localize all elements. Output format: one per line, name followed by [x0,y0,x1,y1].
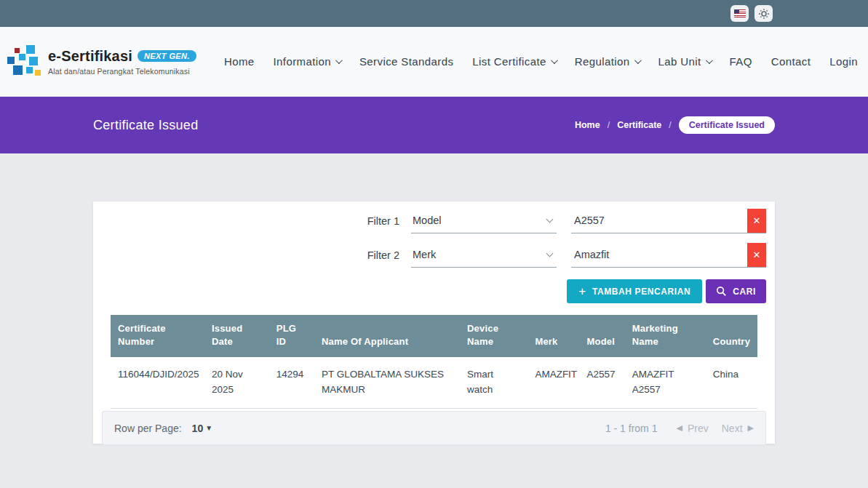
col-merk: Merk [527,315,579,357]
brand-title: e-Sertifikasi [48,48,132,65]
filter-1-value-input[interactable] [571,209,747,233]
breadcrumb: Home / Certificate / Certificate Issued [575,116,775,134]
cell-merk: AMAZFIT [527,357,579,408]
cell-marketing-name: AMAZFIT A2557 [625,357,706,408]
brand-badge: NEXT GEN. [138,50,196,62]
cell-plg-id: 14294 [269,357,314,408]
table-header-row: Certificate Number Issued Date PLG ID Na… [111,315,757,357]
col-model: Model [579,315,624,357]
col-device-name: Device Name [460,315,527,357]
cell-name-of-applicant: PT GLOBALTAMA SUKSES MAKMUR [314,357,460,408]
filter-1-input-group: ✕ [571,209,766,233]
nav-item-lab-unit[interactable]: Lab Unit [658,55,711,68]
filter-2-clear-button[interactable]: ✕ [747,243,766,267]
chevron-down-icon [634,57,641,64]
filter-1-clear-button[interactable]: ✕ [747,209,766,233]
nav-item-information[interactable]: Information [274,55,341,68]
nav-item-faq[interactable]: FAQ [730,55,752,68]
table-row[interactable]: 116044/DJID/2025 20 Nov 2025 14294 PT GL… [111,357,757,408]
nav-item-contact[interactable]: Contact [771,55,811,68]
main-navbar: e-Sertifikasi NEXT GEN. Alat dan/atau Pe… [0,27,868,97]
col-plg-id: PLG ID [269,315,314,357]
pagination-range: 1 - 1 from 1 [605,423,658,434]
cell-certificate-number: 116044/DJID/2025 [111,357,204,408]
col-country: Country [706,315,757,357]
filter-row-1: Filter 1 Model ✕ [93,209,775,233]
content-card: Filter 1 Model ✕ Filter 2 Merk ✕ + TAMBA… [93,201,775,444]
chevron-down-icon [546,216,554,223]
us-flag-icon [734,9,746,17]
nav-item-service-standards[interactable]: Service Standards [359,55,453,68]
brand-subtitle: Alat dan/atau Perangkat Telekomunikasi [48,67,196,76]
add-search-button[interactable]: + TAMBAH PENCARIAN [567,279,702,303]
breadcrumb-certificate[interactable]: Certificate [617,120,661,130]
chevron-down-icon [706,57,713,64]
prev-arrow-icon: ◀ [676,423,682,433]
col-marketing-name: Marketing Name [625,315,706,357]
filter-actions: + TAMBAH PENCARIAN CARI [93,279,775,303]
rows-per-page-select[interactable]: 10 ▼ [192,423,212,434]
breadcrumb-separator: / [608,120,610,130]
breadcrumb-separator: / [669,120,671,130]
gear-icon [758,8,770,20]
pagination-bar: Row per Page: 10 ▼ 1 - 1 from 1 ◀ Prev N… [102,411,766,445]
chevron-down-icon [335,57,343,64]
rows-per-page-label: Row per Page: [114,423,182,434]
brand-logo-icon [7,45,41,79]
close-icon: ✕ [753,249,761,260]
chevron-down-icon [551,57,558,64]
page-title: Certificate Issued [93,118,198,133]
cell-country: China [706,357,757,408]
plus-icon: + [578,284,586,299]
nav-items: Home Information Service Standards List … [224,55,858,68]
brand-text: e-Sertifikasi NEXT GEN. Alat dan/atau Pe… [48,48,196,76]
filter-2-label: Filter 2 [367,249,399,268]
nav-item-list-certificate[interactable]: List Certificate [472,55,555,68]
results-table: Certificate Number Issued Date PLG ID Na… [111,315,757,409]
col-issued-date: Issued Date [204,315,269,357]
cell-device-name: Smart watch [460,357,527,408]
next-page-button[interactable]: Next ▶ [722,423,754,434]
dropdown-triangle-icon: ▼ [205,424,212,432]
page-header: Certificate Issued Home / Certificate / … [0,97,868,153]
cell-model: A2557 [579,357,624,408]
filter-2-input-group: ✕ [571,243,766,268]
next-arrow-icon: ▶ [748,423,754,433]
brand[interactable]: e-Sertifikasi NEXT GEN. Alat dan/atau Pe… [7,45,196,79]
breadcrumb-home[interactable]: Home [575,120,600,130]
filter-2-field-select[interactable]: Merk [411,243,557,268]
search-button[interactable]: CARI [706,279,766,303]
nav-item-home[interactable]: Home [224,55,255,68]
filter-1-field-select[interactable]: Model [411,209,557,233]
top-utility-bar [0,0,868,27]
filter-2-value-input[interactable] [571,243,747,267]
chevron-down-icon [546,250,554,257]
language-switch-button[interactable] [730,5,749,22]
close-icon: ✕ [753,215,761,226]
filter-row-2: Filter 2 Merk ✕ [93,243,775,268]
search-icon [716,286,727,297]
col-certificate-number: Certificate Number [111,315,204,357]
breadcrumb-current-pill: Certificate Issued [679,116,775,134]
nav-item-regulation[interactable]: Regulation [575,55,640,68]
filter-1-label: Filter 1 [367,215,399,233]
settings-button[interactable] [754,5,773,22]
col-name-of-applicant: Name Of Applicant [314,315,460,357]
cell-issued-date: 20 Nov 2025 [204,357,269,408]
prev-page-button[interactable]: ◀ Prev [676,423,708,434]
nav-item-login[interactable]: Login [829,55,858,68]
